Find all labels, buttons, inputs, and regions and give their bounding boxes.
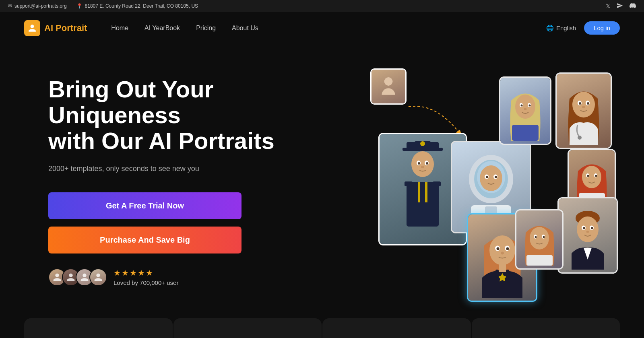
svg-point-38 [524, 108, 527, 110]
avatar [89, 268, 107, 286]
svg-rect-10 [433, 181, 441, 186]
svg-point-4 [420, 141, 425, 146]
proof-label: Loved by 700,000+ user [114, 279, 178, 286]
stat-card-templates: 2,000 [24, 318, 173, 338]
social-links: 𝕏 [606, 2, 636, 10]
nav-home[interactable]: Home [111, 25, 128, 31]
hero-subtitle: 2000+ templates, only seconds to see new… [48, 165, 322, 173]
stats-bar: 2,000 5 700,000 2 [0, 318, 644, 338]
svg-point-51 [591, 227, 593, 229]
svg-point-14 [426, 162, 428, 165]
nav-about[interactable]: About Us [232, 25, 258, 31]
purchase-button[interactable]: Purchase And Save Big [48, 227, 242, 254]
svg-rect-7 [418, 182, 420, 202]
avatar-stack [48, 268, 107, 286]
nav-pricing[interactable]: Pricing [196, 25, 216, 31]
portrait-card-original [370, 68, 407, 105]
social-proof: ★★★★★ Loved by 700,000+ user [48, 268, 322, 286]
hero-title: Bring Out Your Uniqueness with Our AI Po… [48, 76, 322, 153]
svg-point-26 [572, 92, 595, 117]
svg-point-50 [583, 227, 585, 229]
svg-point-59 [501, 252, 504, 255]
stat-value-portraits: 2 [484, 334, 608, 338]
stat-value-users: 700,000 [334, 334, 459, 338]
login-button[interactable]: Log in [584, 21, 620, 35]
portrait-card-blond [499, 76, 551, 145]
svg-point-27 [578, 136, 582, 140]
stat-card-users: 700,000 [322, 318, 471, 338]
svg-point-63 [530, 227, 549, 249]
location-icon: 📍 [76, 3, 83, 9]
svg-point-31 [587, 102, 589, 105]
svg-point-37 [529, 105, 531, 107]
trial-button[interactable]: Get A Free Trial Now [48, 192, 242, 219]
stat-value-seconds: 5 [186, 334, 310, 338]
svg-rect-68 [526, 255, 553, 266]
svg-point-47 [577, 216, 599, 242]
svg-point-36 [521, 105, 523, 107]
svg-point-43 [587, 175, 589, 177]
logo[interactable]: AI Portrait [24, 20, 87, 36]
svg-point-32 [582, 106, 585, 108]
topbar-address: 📍 81807 E. County Road 22, Deer Trail, C… [76, 3, 198, 9]
svg-point-5 [411, 151, 434, 177]
svg-rect-9 [405, 181, 413, 186]
stat-card-portraits: 2 [472, 318, 620, 338]
nav-right: 🌐 English Log in [546, 21, 620, 35]
hero-section: Bring Out Your Uniqueness with Our AI Po… [0, 44, 644, 310]
stat-value-templates: 2,000 [36, 334, 161, 338]
discord-icon[interactable] [630, 2, 636, 10]
nav-yearbook[interactable]: AI YearBook [144, 25, 180, 31]
portrait-card-business [557, 197, 618, 274]
svg-point-67 [543, 236, 545, 238]
portrait-card-casual [515, 209, 564, 270]
language-button[interactable]: 🌐 English [546, 25, 576, 32]
svg-point-53 [489, 235, 515, 265]
topbar: ✉ support@ai-portraits.org 📍 81807 E. Co… [0, 0, 644, 12]
svg-point-30 [579, 102, 581, 105]
svg-point-40 [582, 166, 601, 188]
svg-rect-62 [506, 270, 509, 278]
svg-rect-60 [499, 264, 506, 272]
svg-point-66 [535, 236, 537, 238]
globe-icon: 🌐 [546, 25, 554, 32]
navbar: AI Portrait Home AI YearBook Pricing Abo… [0, 12, 644, 44]
telegram-icon[interactable] [617, 2, 623, 10]
svg-rect-39 [512, 125, 539, 141]
svg-rect-61 [495, 270, 499, 278]
svg-point-15 [421, 166, 424, 168]
svg-point-58 [506, 247, 509, 250]
svg-rect-8 [425, 182, 427, 202]
svg-rect-6 [407, 182, 439, 227]
svg-rect-2 [402, 148, 443, 151]
portrait-card-doctor [555, 72, 612, 149]
svg-point-57 [496, 247, 499, 250]
svg-point-22 [486, 176, 488, 178]
svg-point-33 [515, 95, 535, 119]
logo-icon [24, 20, 40, 36]
twitter-icon[interactable]: 𝕏 [606, 3, 610, 9]
hero-images [370, 68, 620, 302]
logo-text: AI Portrait [44, 23, 87, 33]
stat-card-seconds: 5 [173, 318, 322, 338]
hero-content: Bring Out Your Uniqueness with Our AI Po… [48, 76, 322, 286]
svg-point-0 [384, 77, 393, 86]
svg-point-13 [418, 162, 420, 165]
email-icon: ✉ [8, 3, 12, 9]
proof-text: ★★★★★ Loved by 700,000+ user [114, 268, 178, 286]
svg-point-23 [495, 176, 497, 178]
svg-point-19 [480, 165, 502, 191]
star-rating: ★★★★★ [114, 268, 178, 278]
nav-links: Home AI YearBook Pricing About Us [111, 25, 546, 32]
svg-point-44 [595, 175, 597, 177]
svg-point-52 [586, 231, 589, 233]
topbar-email: ✉ support@ai-portraits.org [8, 3, 67, 9]
